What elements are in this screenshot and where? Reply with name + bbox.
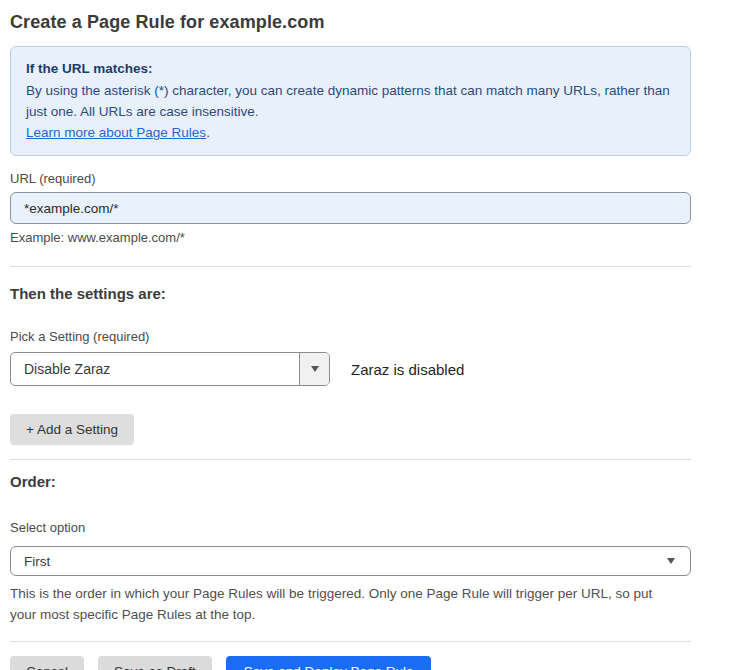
setting-row: Disable Zaraz Zaraz is disabled <box>10 352 691 386</box>
order-select-value: First <box>24 554 50 569</box>
page-title: Create a Page Rule for example.com <box>10 12 691 33</box>
cancel-button[interactable]: Cancel <box>10 656 84 670</box>
settings-section-heading: Then the settings are: <box>10 285 691 302</box>
chevron-down-icon <box>311 366 319 372</box>
url-input[interactable] <box>10 192 691 224</box>
order-select[interactable]: First <box>10 546 691 576</box>
setting-select[interactable]: Disable Zaraz <box>10 352 330 386</box>
form-actions: Cancel Save as Draft Save and Deploy Pag… <box>10 656 691 670</box>
url-field-label: URL (required) <box>10 171 691 186</box>
chevron-down-icon <box>667 558 675 564</box>
divider <box>10 266 691 267</box>
divider <box>10 641 691 642</box>
info-box-heading: If the URL matches: <box>26 58 675 79</box>
url-example-text: Example: www.example.com/* <box>10 230 691 245</box>
add-setting-button[interactable]: + Add a Setting <box>10 414 134 445</box>
setting-status-text: Zaraz is disabled <box>351 361 464 378</box>
setting-picker-label: Pick a Setting (required) <box>10 329 691 344</box>
save-and-deploy-button[interactable]: Save and Deploy Page Rule <box>226 656 432 670</box>
info-box-body: By using the asterisk (*) character, you… <box>26 80 675 122</box>
order-select-label: Select option <box>10 520 691 535</box>
page-rule-form: Create a Page Rule for example.com If th… <box>10 0 691 670</box>
setting-select-value: Disable Zaraz <box>11 353 299 385</box>
order-help-text: This is the order in which your Page Rul… <box>10 583 682 625</box>
setting-select-arrow-button[interactable] <box>299 353 329 385</box>
learn-more-link[interactable]: Learn more about Page Rules <box>26 125 206 140</box>
save-as-draft-button[interactable]: Save as Draft <box>98 656 212 670</box>
order-section-heading: Order: <box>10 473 691 490</box>
url-match-info-box: If the URL matches: By using the asteris… <box>10 46 691 156</box>
link-suffix: . <box>206 125 210 140</box>
divider <box>10 459 691 460</box>
